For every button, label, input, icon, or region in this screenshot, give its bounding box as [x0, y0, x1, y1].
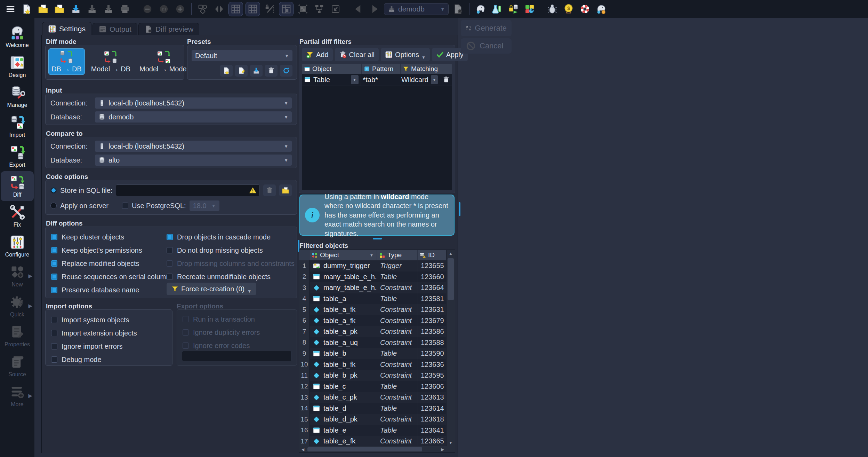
scroll-right-icon[interactable]: ▶	[439, 446, 447, 452]
compare-connection-select[interactable]: local-db (localhost:5432) ▼	[95, 141, 292, 152]
chevron-down-icon[interactable]: ▼	[431, 75, 438, 84]
scrollbar-thumb[interactable]	[307, 447, 422, 451]
clear-all-button[interactable]: Clear all	[335, 48, 379, 61]
checkbox[interactable]	[167, 247, 173, 253]
checkbox-row[interactable]: Drop objects in cascade mode	[167, 230, 295, 244]
checkbox-row[interactable]: Recreate unmodifiable objects	[167, 270, 295, 283]
table-row[interactable]: 17 table_e_fk Constraint 123665	[299, 436, 447, 446]
chevron-down-icon[interactable]: ▼	[351, 75, 359, 84]
about-icon[interactable]	[594, 2, 608, 16]
table-row[interactable]: 13 table_c_pk Constraint 123613	[299, 392, 447, 403]
plugins-icon[interactable]	[523, 2, 537, 16]
force-recreation-button[interactable]: Force re-creation (0) ▼	[167, 283, 256, 295]
page-delimiters-icon[interactable]	[246, 2, 260, 16]
column-id[interactable]: ID	[418, 250, 447, 260]
remove-filter-button[interactable]	[440, 74, 452, 86]
sidebar-item[interactable]: Source ▶	[1, 351, 34, 381]
table-row[interactable]: 15 table_d_pk Constraint 123618	[299, 414, 447, 425]
checkbox-row[interactable]: Keep cluster objects	[51, 230, 173, 244]
splitter-handle[interactable]	[373, 238, 382, 239]
checkbox-row[interactable]: Drop missing columns and constraints	[167, 257, 295, 270]
checkbox[interactable]	[167, 260, 173, 267]
filter-pattern-input[interactable]: *tab*	[361, 74, 399, 86]
checkbox[interactable]	[51, 343, 57, 349]
table-row[interactable]: 14 table_d Table 123614	[299, 403, 447, 414]
checkbox[interactable]	[51, 274, 57, 280]
column-object[interactable]: Object ▼	[310, 250, 377, 260]
compare-database-select[interactable]: alto ▼	[95, 155, 292, 166]
scroll-down-icon[interactable]: ▼	[447, 439, 455, 446]
checkbox[interactable]	[167, 274, 173, 280]
mode-model-db-button[interactable]: Model → DB	[88, 48, 133, 75]
sidebar-item[interactable]: Import ▶	[1, 111, 34, 141]
input-connection-select[interactable]: local-db (localhost:5432) ▼	[95, 97, 292, 109]
checkbox[interactable]	[51, 260, 57, 267]
add-filter-button[interactable]: Add	[302, 48, 333, 61]
table-row[interactable]: 4 table_a Table 123581	[299, 293, 447, 305]
scroll-left-icon[interactable]: ◀	[299, 446, 307, 452]
bug-report-icon[interactable]	[545, 2, 559, 16]
permissions-icon[interactable]	[506, 2, 520, 16]
checkbox-row[interactable]: Reuse sequences on serial columns	[51, 270, 173, 283]
checkbox-row[interactable]: Replace modified objects	[51, 257, 173, 270]
filter-object-select[interactable]: Table ▼	[302, 74, 361, 86]
column-matching[interactable]: Matching	[401, 64, 442, 74]
horizontal-scrollbar[interactable]: ◀ ▶	[299, 446, 447, 452]
sidebar-item[interactable]: Welcome ▶	[1, 22, 34, 52]
table-row[interactable]: 2 many_table_e_h... Table 123660	[299, 271, 447, 283]
scroll-up-icon[interactable]: ▲	[447, 250, 455, 257]
sidebar-item[interactable]: Design ▶	[1, 52, 34, 81]
checkbox-row[interactable]: Keep object's permissions	[51, 244, 173, 257]
sql-file-input[interactable]	[116, 184, 260, 196]
preset-delete-button[interactable]	[265, 65, 278, 77]
sidebar-item[interactable]: Configure ▶	[1, 231, 34, 261]
checkbox[interactable]	[51, 234, 57, 240]
checkbox-row[interactable]: Import system objects	[51, 313, 137, 326]
table-row[interactable]: 16 table_e Table 123641	[299, 425, 447, 436]
table-row[interactable]: 3 many_table_e_h... Constraint 123664	[299, 282, 447, 293]
sidebar-item[interactable]: Export ▶	[1, 141, 34, 171]
sidebar-item[interactable]: Fix ▶	[1, 201, 34, 231]
mode-model-model-button[interactable]: Model → Model	[137, 48, 191, 75]
open-model-icon[interactable]	[36, 2, 50, 16]
checkbox-row[interactable]: Import extension objects	[51, 326, 137, 340]
preset-edit-button[interactable]	[235, 65, 248, 77]
table-row[interactable]: 10 table_b_fk Constraint 123636	[299, 359, 447, 370]
table-row[interactable]: 9 table_b Table 123590	[299, 348, 447, 359]
tab-settings[interactable]: Settings	[42, 22, 91, 35]
checkbox[interactable]	[167, 234, 173, 240]
column-object[interactable]: Object	[302, 64, 362, 74]
use-postgresql-checkbox[interactable]	[122, 203, 128, 209]
checkbox[interactable]	[51, 247, 57, 253]
model-selector[interactable]: demodb ▼	[384, 3, 449, 15]
tab-diff-preview[interactable]: Diff preview	[138, 23, 199, 35]
table-row[interactable]: 1 dummy_trigger Trigger 123655	[299, 260, 447, 271]
checkbox[interactable]	[51, 356, 57, 363]
save-model-icon[interactable]	[69, 2, 83, 16]
checkbox[interactable]	[51, 317, 57, 323]
column-type[interactable]: Type	[377, 250, 418, 260]
checkbox-row[interactable]: Ignore import errors	[51, 340, 137, 353]
input-database-select[interactable]: demodb ▼	[95, 111, 292, 123]
table-row[interactable]: 12 table_c Table 123606	[299, 381, 447, 392]
filter-options-button[interactable]: Options ▼	[381, 48, 430, 61]
preset-select[interactable]: Default ▼	[192, 50, 292, 61]
apply-server-radio[interactable]	[50, 203, 57, 209]
column-pattern[interactable]: Pattern	[362, 64, 401, 74]
sidebar-item[interactable]: Quick ▶	[1, 291, 34, 321]
right-column-scrollbar[interactable]	[459, 202, 460, 216]
sql-tool-icon[interactable]	[490, 2, 504, 16]
checkbox[interactable]	[51, 330, 57, 336]
mode-db-db-button[interactable]: DB → DB	[48, 48, 85, 75]
layers-icon[interactable]	[279, 2, 294, 16]
support-icon[interactable]	[578, 2, 592, 16]
tab-output[interactable]: Output	[93, 23, 137, 35]
table-row[interactable]: 6 table_a_fk Constraint 123679	[299, 315, 447, 326]
sidebar-item[interactable]: New ▶	[1, 261, 34, 291]
table-row[interactable]: 8 table_a_uq Constraint 123588	[299, 337, 447, 348]
sidebar-item[interactable]: Diff ▶	[1, 171, 34, 201]
postgresql-icon[interactable]	[474, 2, 488, 16]
vertical-scrollbar[interactable]: ▲ ▼	[446, 250, 455, 446]
new-model-icon[interactable]	[20, 2, 34, 16]
donate-icon[interactable]	[562, 2, 576, 16]
